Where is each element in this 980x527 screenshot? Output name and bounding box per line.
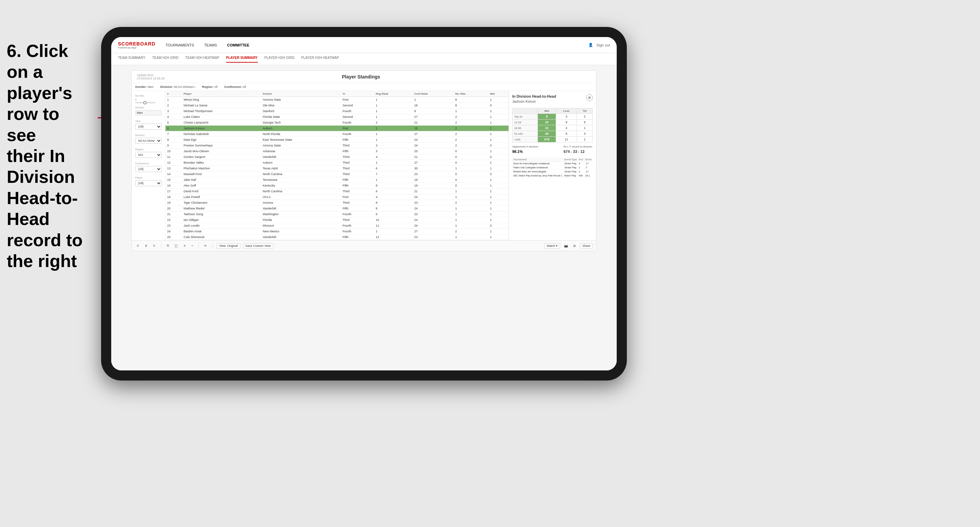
table-row[interactable]: 2 Michael La Sasse Ole Miss Second 1 18 … [165, 103, 509, 108]
cell-player: David Ford [182, 189, 261, 194]
cell-conf: 24 [412, 217, 453, 223]
table-row[interactable]: 22 Ian Gilligan Florida Third 10 24 1 1 [165, 217, 509, 223]
cell-school: Tennessee [261, 177, 341, 183]
sub-nav-team-h2h-heatmap[interactable]: TEAM H2H HEATMAP [185, 55, 220, 63]
table-row[interactable]: 15 Jake Hall Tennessee Fifth 1 18 0 1 [165, 177, 509, 183]
table-row[interactable]: 17 David Ford North Carolina Third 6 21 … [165, 189, 509, 194]
region-sidebar-select[interactable]: N/A [135, 152, 162, 158]
table-row[interactable]: 21 Taehoon Song Washington Fourth 6 23 1… [165, 211, 509, 217]
cell-win: 1 [488, 206, 509, 211]
table-row[interactable]: 10 Jacob Mou-Olesen Arkansas Fifth 3 25 … [165, 149, 509, 154]
cell-school: Georgia Tech [261, 120, 341, 125]
cell-win: 0 [488, 223, 509, 229]
sub-nav-team-summary[interactable]: TEAM SUMMARY [118, 55, 146, 63]
cell-conf: 24 [412, 143, 453, 149]
refresh-button[interactable]: ⟳ [203, 243, 208, 248]
table-row[interactable]: 20 Matthew Riedel Vanderbilt Fifth 8 24 … [165, 206, 509, 211]
gender-sidebar-filter: Gender Men [135, 106, 162, 116]
h2h-close-button[interactable]: × [586, 94, 593, 101]
cell-yr: Fourth [341, 229, 374, 234]
player-sidebar-select[interactable]: (All) [135, 180, 162, 186]
table-row[interactable]: 13 Phichaksn Maichon Texas A&M Third 6 3… [165, 166, 509, 171]
logo-title: SCOREBOARD [118, 41, 155, 46]
nav-items: TOURNAMENTS TEAMS COMMITTEE [165, 42, 589, 49]
undo-button[interactable]: ↺ [135, 243, 140, 248]
watch-button[interactable]: Watch ▾ [544, 243, 560, 249]
table-row[interactable]: 23 Jack Lundin Missouri Fourth 11 24 1 0 [165, 223, 509, 229]
h2h-col-empty [512, 108, 538, 114]
table-row[interactable]: 18 Luke Powell UCLA First 4 24 1 1 [165, 194, 509, 200]
cell-school: Vanderbilt [261, 206, 341, 211]
h2h-col-loss: Loss [556, 108, 577, 114]
cell-school: North Carolina [261, 171, 341, 177]
cell-win: 1 [488, 211, 509, 217]
year-sidebar-label: Year [135, 119, 162, 122]
cell-num: 19 [165, 200, 182, 206]
table-row[interactable]: 3 Michael Thorbjornsen Stanford Fourth 1… [165, 108, 509, 114]
table-row[interactable]: 6 Jackson Koivun Auburn First 1 19 2 1 [165, 125, 509, 131]
cell-reg: 1 [374, 125, 412, 131]
h2h-loss-cell: 9 [556, 119, 577, 125]
table-row[interactable]: 7 Nicholas Gabrelcik North Florida Fourt… [165, 131, 509, 137]
pause-button[interactable]: ⏸ [143, 243, 149, 248]
nav-committee[interactable]: COMMITTEE [227, 42, 250, 49]
cell-rds: 2 [453, 120, 488, 125]
cell-rds: 1 [453, 194, 488, 200]
copy-button[interactable]: ⧉ [165, 243, 170, 248]
table-row[interactable]: 16 Alex Goff Kentucky Fifth 8 19 0 1 [165, 183, 509, 189]
cell-player: Michael Thorbjornsen [182, 108, 261, 114]
table-row[interactable]: 8 Mats Ege East Tennessee State Fifth 1 … [165, 137, 509, 143]
cell-win: 1 [488, 166, 509, 171]
table-row[interactable]: 24 Bastien Amat New Mexico Fourth 1 27 2… [165, 229, 509, 234]
cell-conf: 21 [412, 189, 453, 194]
paste-button[interactable]: 📋 [173, 243, 179, 248]
cell-reg: 6 [374, 166, 412, 171]
no-rds-slider[interactable] [135, 102, 162, 103]
conference-sidebar-select[interactable]: (All) [135, 166, 162, 172]
sub-nav-team-h2h-grid[interactable]: TEAM H2H GRID [152, 55, 178, 63]
h2h-row: Top 10 8 3 2 [512, 114, 593, 119]
cell-conf: 23 [412, 171, 453, 177]
cell-reg: 4 [374, 154, 412, 160]
cell-rds: 2 [453, 114, 488, 120]
year-sidebar-filter: Year (All) [135, 119, 162, 130]
redo-button[interactable]: ↻ [152, 243, 157, 248]
sub-nav-player-h2h-heatmap[interactable]: PLAYER H2H HEATMAP [301, 55, 339, 63]
year-sidebar-select[interactable]: (All) [135, 124, 162, 130]
sign-out-link[interactable]: Sign out [597, 43, 610, 47]
sub-nav-player-summary[interactable]: PLAYER SUMMARY [226, 55, 258, 63]
cell-yr: Fifth [341, 234, 374, 240]
dashboard-panel: Update time: 27/03/2024 16:56:26 Player … [131, 70, 597, 251]
sub-nav-player-h2h-grid[interactable]: PLAYER H2H GRID [264, 55, 294, 63]
table-row[interactable]: 5 Christo Lamprecht Georgia Tech Fourth … [165, 120, 509, 125]
table-row[interactable]: 14 Maxwell Ford North Carolina Third 7 2… [165, 171, 509, 177]
share-button[interactable]: Share [580, 243, 593, 249]
cell-win: 1 [488, 160, 509, 166]
division-sidebar-select[interactable]: NCAA Division I [135, 138, 162, 144]
view-original-button[interactable]: View: Original [217, 243, 240, 249]
no-rds-filter: No Rds. 6 [135, 94, 162, 103]
nav-tournaments[interactable]: TOURNAMENTS [165, 42, 194, 49]
cell-rds: 8 [453, 97, 488, 103]
tournament-row: SEC Match Play hosted by Jerry Pate Roun… [512, 174, 593, 178]
cell-yr: Fourth [341, 223, 374, 229]
table-row[interactable]: 12 Brendan Valles Auburn Third 1 27 0 1 [165, 160, 509, 166]
cell-win: 1 [488, 234, 509, 240]
table-row[interactable]: 19 Tiger Christensen Arizona Third 8 23 … [165, 200, 509, 206]
table-row[interactable]: 25 Cole Sherwood Vanderbilt Fifth 12 23 … [165, 234, 509, 240]
table-row[interactable]: 9 Preston Summerhays Arizona State Third… [165, 143, 509, 149]
add-button[interactable]: + [190, 243, 194, 248]
nav-teams[interactable]: TEAMS [204, 42, 217, 49]
table-row[interactable]: 11 Gordon Sargent Vanderbilt Third 4 21 … [165, 154, 509, 160]
h2h-row: 11-25 20 9 5 [512, 119, 593, 125]
clear-button[interactable]: ✕ [182, 243, 188, 248]
cell-school: Arkansas [261, 149, 341, 154]
table-row[interactable]: 4 Luke Claton Florida State Second 1 27 … [165, 114, 509, 120]
grid-button[interactable]: ⊞ [572, 243, 577, 248]
save-custom-button[interactable]: Save Custom View [243, 243, 273, 249]
screenshot-button[interactable]: 📷 [563, 243, 569, 248]
table-row[interactable]: 1 Wenyi Ding Arizona State First 1 1 8 1 [165, 97, 509, 103]
cell-reg: 1 [374, 114, 412, 120]
cell-reg: 8 [374, 200, 412, 206]
tour-type: Match Play [563, 174, 578, 178]
